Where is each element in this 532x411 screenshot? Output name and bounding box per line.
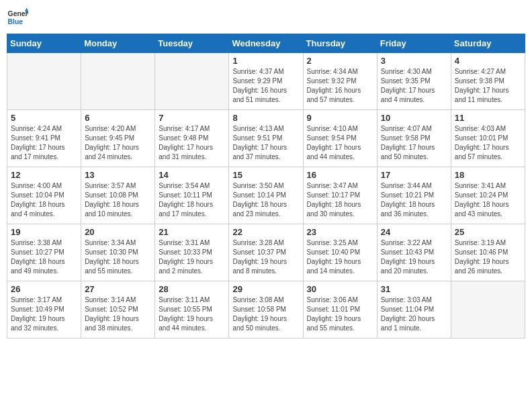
day-info: Sunrise: 4:00 AM Sunset: 10:04 PM Daylig… (11, 181, 77, 219)
header: General Blue (7, 7, 525, 28)
calendar-cell: 4Sunrise: 4:27 AM Sunset: 9:38 PM Daylig… (451, 53, 525, 110)
header-day-tuesday: Tuesday (155, 34, 229, 53)
day-number: 16 (307, 170, 373, 180)
day-info: Sunrise: 4:30 AM Sunset: 9:35 PM Dayligh… (381, 67, 447, 105)
day-info: Sunrise: 3:57 AM Sunset: 10:08 PM Daylig… (85, 181, 151, 219)
calendar-cell: 16Sunrise: 3:47 AM Sunset: 10:17 PM Dayl… (303, 167, 377, 224)
svg-marker-2 (25, 8, 28, 11)
day-number: 31 (381, 284, 447, 294)
calendar-table: SundayMondayTuesdayWednesdayThursdayFrid… (7, 34, 525, 338)
calendar-cell: 27Sunrise: 3:14 AM Sunset: 10:52 PM Dayl… (81, 281, 155, 338)
calendar-cell: 29Sunrise: 3:08 AM Sunset: 10:58 PM Dayl… (229, 281, 303, 338)
day-info: Sunrise: 4:37 AM Sunset: 9:29 PM Dayligh… (232, 67, 299, 105)
calendar-cell (7, 53, 81, 110)
week-row-4: 19Sunrise: 3:38 AM Sunset: 10:27 PM Dayl… (7, 224, 525, 281)
day-info: Sunrise: 4:20 AM Sunset: 9:45 PM Dayligh… (85, 124, 151, 162)
day-number: 22 (232, 227, 299, 237)
header-day-thursday: Thursday (303, 34, 377, 53)
day-number: 28 (159, 284, 225, 294)
day-number: 6 (85, 113, 151, 123)
day-info: Sunrise: 4:03 AM Sunset: 10:01 PM Daylig… (455, 124, 521, 162)
day-number: 27 (85, 284, 151, 294)
day-info: Sunrise: 3:14 AM Sunset: 10:52 PM Daylig… (85, 295, 151, 333)
calendar-cell: 19Sunrise: 3:38 AM Sunset: 10:27 PM Dayl… (7, 224, 81, 281)
day-info: Sunrise: 3:44 AM Sunset: 10:21 PM Daylig… (381, 181, 447, 219)
day-info: Sunrise: 3:54 AM Sunset: 10:11 PM Daylig… (159, 181, 225, 219)
day-number: 8 (232, 113, 299, 123)
calendar-cell: 3Sunrise: 4:30 AM Sunset: 9:35 PM Daylig… (377, 53, 451, 110)
calendar-cell: 18Sunrise: 3:41 AM Sunset: 10:24 PM Dayl… (451, 167, 525, 224)
day-info: Sunrise: 4:27 AM Sunset: 9:38 PM Dayligh… (455, 67, 521, 105)
week-row-2: 5Sunrise: 4:24 AM Sunset: 9:41 PM Daylig… (7, 110, 525, 167)
day-info: Sunrise: 3:19 AM Sunset: 10:46 PM Daylig… (455, 238, 521, 276)
day-info: Sunrise: 3:08 AM Sunset: 10:58 PM Daylig… (232, 295, 299, 333)
header-day-friday: Friday (377, 34, 451, 53)
day-info: Sunrise: 3:31 AM Sunset: 10:33 PM Daylig… (159, 238, 225, 276)
calendar-cell: 15Sunrise: 3:50 AM Sunset: 10:14 PM Dayl… (229, 167, 303, 224)
day-number: 7 (159, 113, 225, 123)
day-info: Sunrise: 3:28 AM Sunset: 10:37 PM Daylig… (232, 238, 299, 276)
day-info: Sunrise: 4:13 AM Sunset: 9:51 PM Dayligh… (232, 124, 299, 162)
calendar-cell: 26Sunrise: 3:17 AM Sunset: 10:49 PM Dayl… (7, 281, 81, 338)
calendar-cell: 22Sunrise: 3:28 AM Sunset: 10:37 PM Dayl… (229, 224, 303, 281)
day-info: Sunrise: 3:47 AM Sunset: 10:17 PM Daylig… (307, 181, 373, 219)
day-number: 11 (455, 113, 521, 123)
day-number: 29 (232, 284, 299, 294)
day-number: 20 (85, 227, 151, 237)
day-info: Sunrise: 3:11 AM Sunset: 10:55 PM Daylig… (159, 295, 225, 333)
day-number: 14 (159, 170, 225, 180)
calendar-cell (81, 53, 155, 110)
day-info: Sunrise: 3:41 AM Sunset: 10:24 PM Daylig… (455, 181, 521, 219)
day-number: 24 (381, 227, 447, 237)
day-info: Sunrise: 4:10 AM Sunset: 9:54 PM Dayligh… (307, 124, 373, 162)
day-number: 30 (307, 284, 373, 294)
calendar-cell: 11Sunrise: 4:03 AM Sunset: 10:01 PM Dayl… (451, 110, 525, 167)
header-day-monday: Monday (81, 34, 155, 53)
day-number: 12 (11, 170, 77, 180)
day-number: 9 (307, 113, 373, 123)
day-info: Sunrise: 4:17 AM Sunset: 9:48 PM Dayligh… (159, 124, 225, 162)
logo-icon: General Blue (7, 7, 28, 28)
calendar-cell: 7Sunrise: 4:17 AM Sunset: 9:48 PM Daylig… (155, 110, 229, 167)
day-number: 2 (307, 56, 373, 66)
day-number: 5 (11, 113, 77, 123)
calendar-cell: 30Sunrise: 3:06 AM Sunset: 11:01 PM Dayl… (303, 281, 377, 338)
day-info: Sunrise: 4:34 AM Sunset: 9:32 PM Dayligh… (307, 67, 373, 105)
calendar-cell: 20Sunrise: 3:34 AM Sunset: 10:30 PM Dayl… (81, 224, 155, 281)
header-day-saturday: Saturday (451, 34, 525, 53)
day-info: Sunrise: 3:22 AM Sunset: 10:43 PM Daylig… (381, 238, 447, 276)
calendar-cell: 9Sunrise: 4:10 AM Sunset: 9:54 PM Daylig… (303, 110, 377, 167)
week-row-5: 26Sunrise: 3:17 AM Sunset: 10:49 PM Dayl… (7, 281, 525, 338)
day-number: 15 (232, 170, 299, 180)
day-number: 21 (159, 227, 225, 237)
day-number: 26 (11, 284, 77, 294)
calendar-cell: 8Sunrise: 4:13 AM Sunset: 9:51 PM Daylig… (229, 110, 303, 167)
calendar-cell: 25Sunrise: 3:19 AM Sunset: 10:46 PM Dayl… (451, 224, 525, 281)
day-number: 3 (381, 56, 447, 66)
calendar-cell: 13Sunrise: 3:57 AM Sunset: 10:08 PM Dayl… (81, 167, 155, 224)
logo: General Blue (7, 7, 28, 28)
day-info: Sunrise: 3:25 AM Sunset: 10:40 PM Daylig… (307, 238, 373, 276)
calendar-cell: 12Sunrise: 4:00 AM Sunset: 10:04 PM Dayl… (7, 167, 81, 224)
calendar-cell: 5Sunrise: 4:24 AM Sunset: 9:41 PM Daylig… (7, 110, 81, 167)
header-day-sunday: Sunday (7, 34, 81, 53)
calendar-cell: 23Sunrise: 3:25 AM Sunset: 10:40 PM Dayl… (303, 224, 377, 281)
svg-text:Blue: Blue (8, 18, 24, 26)
calendar-cell: 6Sunrise: 4:20 AM Sunset: 9:45 PM Daylig… (81, 110, 155, 167)
day-info: Sunrise: 3:03 AM Sunset: 11:04 PM Daylig… (381, 295, 447, 333)
calendar-cell: 2Sunrise: 4:34 AM Sunset: 9:32 PM Daylig… (303, 53, 377, 110)
day-number: 23 (307, 227, 373, 237)
header-row: SundayMondayTuesdayWednesdayThursdayFrid… (7, 34, 525, 53)
day-number: 25 (455, 227, 521, 237)
calendar-cell: 31Sunrise: 3:03 AM Sunset: 11:04 PM Dayl… (377, 281, 451, 338)
calendar-cell: 21Sunrise: 3:31 AM Sunset: 10:33 PM Dayl… (155, 224, 229, 281)
header-day-wednesday: Wednesday (229, 34, 303, 53)
calendar-cell (155, 53, 229, 110)
day-number: 4 (455, 56, 521, 66)
week-row-3: 12Sunrise: 4:00 AM Sunset: 10:04 PM Dayl… (7, 167, 525, 224)
day-number: 19 (11, 227, 77, 237)
day-info: Sunrise: 3:34 AM Sunset: 10:30 PM Daylig… (85, 238, 151, 276)
day-info: Sunrise: 3:50 AM Sunset: 10:14 PM Daylig… (232, 181, 299, 219)
day-number: 13 (85, 170, 151, 180)
calendar-cell (451, 281, 525, 338)
